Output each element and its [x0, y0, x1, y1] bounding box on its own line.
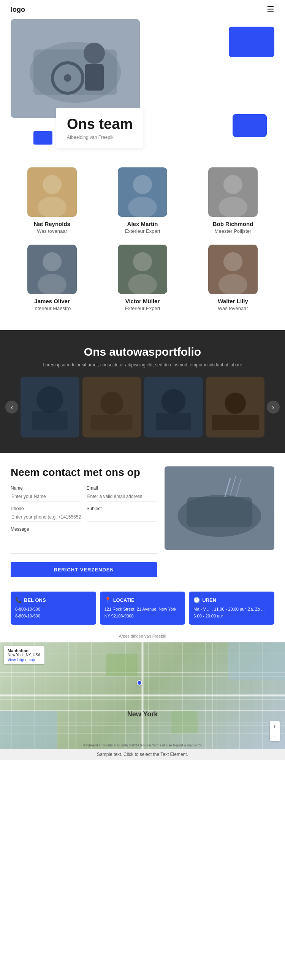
logo: logo [11, 6, 25, 14]
svg-rect-30 [91, 415, 132, 430]
blue-decoration-top [229, 27, 274, 57]
member-name-nat: Nat Reynolds [11, 221, 93, 227]
svg-point-35 [225, 393, 246, 414]
carousel-images [18, 377, 267, 438]
hero-image [11, 19, 140, 118]
map-zoom-out-button[interactable]: − [270, 731, 280, 741]
team-member-bob: Bob Richmond Meester Polijster [192, 167, 274, 234]
contact-section: Neem contact met ons op Name Email Phone… [0, 453, 285, 585]
info-card-title-1: LOCATIE [113, 597, 135, 603]
map-attribution: Keyboard shortcuts Map data ©2024 Google… [0, 743, 285, 747]
menu-icon[interactable]: ☰ [267, 5, 274, 14]
member-name-alex: Alex Martin [101, 221, 184, 227]
name-input[interactable] [11, 492, 81, 501]
svg-point-26 [36, 386, 63, 413]
message-input[interactable] [11, 533, 157, 554]
info-card-text-0: 8-800-10-500,8-800-10-500 [15, 606, 92, 619]
carousel-next-button[interactable]: › [267, 401, 280, 414]
info-card-title-2: UREN [202, 597, 216, 603]
member-photo-victor [118, 245, 167, 294]
subject-label: Subject [87, 506, 157, 511]
info-card-0: 📞 BEL ONS 8-800-10-500,8-800-10-500 [11, 592, 96, 625]
member-role-james: Interieur Maestro [11, 305, 93, 311]
blue-decoration-bottom [233, 114, 267, 137]
svg-point-23 [223, 252, 242, 271]
info-card-icon-1: 📍 [104, 597, 111, 603]
hero-text-box: Ons team Afbeelding van Freepik [56, 108, 143, 148]
team-grid: Nat Reynolds Was tovenaar Alex Martin Ex… [11, 167, 274, 311]
message-label: Message [11, 527, 157, 532]
member-name-victor: Victor Müller [101, 298, 184, 304]
map-zoom-in-button[interactable]: + [270, 721, 280, 731]
map-inner: New York Manhattan New York, NY, USA Vie… [0, 642, 285, 749]
team-member-alex: Alex Martin Exterieur Expert [101, 167, 184, 234]
hero-title: Ons team [67, 116, 133, 132]
member-photo-bob [208, 167, 258, 217]
carousel-image-1 [21, 377, 79, 438]
phone-label: Phone [11, 506, 81, 511]
info-card-header-1: 📍 LOCATIE [104, 597, 181, 603]
info-card-title-0: BEL ONS [24, 597, 46, 603]
member-photo-nat [27, 167, 77, 217]
svg-rect-39 [187, 497, 252, 527]
form-group-name: Name [11, 485, 81, 501]
member-photo-walter [208, 245, 258, 294]
team-member-nat: Nat Reynolds Was tovenaar [11, 167, 93, 234]
info-card-text-1: 121 Rock Street, 21 Avenue, New York,NY … [104, 606, 181, 619]
carousel-image-3 [144, 377, 203, 438]
info-card-text-2: Ma - V ..... 11.00 - 20.00 uur, Za, Zo .… [193, 606, 270, 619]
map-label: New York [127, 710, 158, 718]
portfolio-title: Ons autowasportfolio [0, 345, 285, 358]
email-input[interactable] [87, 492, 157, 501]
svg-point-8 [43, 175, 62, 194]
submit-button[interactable]: BERICHT VERZENDEN [11, 562, 157, 577]
member-photo-alex [118, 167, 167, 217]
subject-input[interactable] [87, 512, 157, 522]
phone-input[interactable] [11, 512, 81, 522]
svg-point-32 [161, 389, 185, 414]
hero-section: Ons team Afbeelding van Freepik [11, 19, 274, 148]
svg-point-29 [100, 392, 123, 415]
team-member-james: James Oliver Interieur Maestro [11, 245, 93, 311]
member-role-walter: Was tovenaar [192, 305, 274, 311]
member-name-james: James Oliver [11, 298, 93, 304]
svg-point-17 [43, 252, 62, 271]
team-member-victor: Victor Müller Exterieur Expert [101, 245, 184, 311]
carousel-prev-button[interactable]: ‹ [5, 401, 18, 414]
portfolio-carousel: ‹ [0, 377, 285, 438]
info-card-header-2: 🕐 UREN [193, 597, 270, 603]
sample-text-bar[interactable]: Sample text. Click to select the Text El… [0, 749, 285, 760]
map-section: New York Manhattan New York, NY, USA Vie… [0, 642, 285, 749]
member-name-bob: Bob Richmond [192, 221, 274, 227]
form-group-email: Email [87, 485, 157, 501]
info-card-icon-2: 🕐 [193, 597, 200, 603]
form-group-phone: Phone [11, 506, 81, 522]
blue-decoration-left [33, 131, 52, 145]
contact-title: Neem contact met ons op [11, 466, 157, 479]
site-header: logo ☰ [0, 0, 285, 19]
map-zoom-controls: + − [270, 721, 280, 741]
svg-rect-2 [33, 49, 117, 95]
team-member-walter: Walter Lilly Was tovenaar [192, 245, 274, 311]
email-label: Email [87, 485, 157, 491]
portfolio-subtitle: Lorem ipsum dolor sit amet, consectetur … [0, 362, 285, 368]
info-card-1: 📍 LOCATIE 121 Rock Street, 21 Avenue, Ne… [100, 592, 185, 625]
svg-rect-36 [212, 415, 259, 430]
svg-rect-27 [32, 411, 68, 430]
svg-point-11 [133, 175, 152, 194]
contact-image [165, 466, 274, 550]
freepik-note: Afbeeldingen van Freepik [0, 632, 285, 642]
form-group-message: Message [11, 527, 157, 560]
svg-point-14 [223, 175, 242, 194]
name-label: Name [11, 485, 81, 491]
carousel-image-4 [206, 377, 265, 438]
svg-rect-33 [156, 413, 191, 430]
svg-point-20 [133, 252, 152, 271]
info-card-2: 🕐 UREN Ma - V ..... 11.00 - 20.00 uur, Z… [189, 592, 274, 625]
member-role-nat: Was tovenaar [11, 228, 93, 234]
member-photo-james [27, 245, 77, 294]
info-card-icon-0: 📞 [15, 597, 22, 603]
member-role-victor: Exterieur Expert [101, 305, 184, 311]
member-name-walter: Walter Lilly [192, 298, 274, 304]
contact-form-container: Neem contact met ons op Name Email Phone… [11, 466, 157, 577]
